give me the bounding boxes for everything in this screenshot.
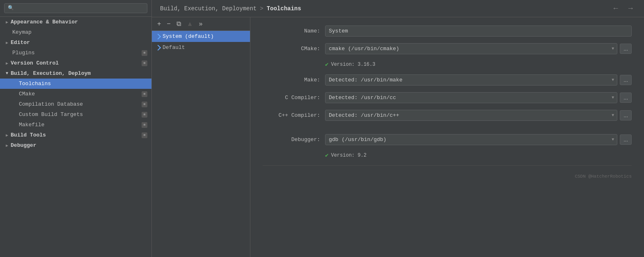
c-compiler-select-wrapper: Detected: /usr/bin/cc ▼ (325, 92, 617, 103)
sidebar: ▶ Appearance & Behavior Keymap ▶ Editor … (0, 0, 152, 257)
breadcrumb: Build, Execution, Deployment > Toolchain… (160, 5, 301, 12)
toolchain-arrow-icon (155, 33, 161, 39)
debugger-label: Debugger: (263, 137, 320, 143)
debugger-control-group: gdb (/usr/bin/gdb) ▼ ... (325, 134, 632, 145)
c-compiler-control-group: Detected: /usr/bin/cc ▼ ... (325, 92, 632, 103)
remove-toolchain-button[interactable]: − (165, 20, 172, 28)
toolchain-item-system[interactable]: System (default) (152, 31, 250, 42)
c-compiler-row: C Compiler: Detected: /usr/bin/cc ▼ ... (263, 92, 632, 103)
c-compiler-browse-button[interactable]: ... (620, 93, 632, 103)
compilation-db-badge: ■ (142, 102, 147, 107)
sidebar-item-makefile[interactable]: Makefile ■ (0, 120, 151, 130)
cmake-label: CMake: (263, 46, 320, 52)
debugger-version-line: ✔ Version: 9.2 (325, 152, 632, 159)
cmake-select[interactable]: cmake (/usr/bin/cmake) (325, 43, 617, 54)
breadcrumb-current: Toolchains (267, 5, 301, 12)
cmake-badge: ■ (142, 91, 147, 97)
cpp-compiler-select[interactable]: Detected: /usr/bin/c++ (325, 110, 617, 121)
name-row: Name: (263, 25, 632, 37)
cmake-row: CMake: cmake (/usr/bin/cmake) ▼ ... (263, 43, 632, 54)
toolchain-item-label: Default (163, 44, 185, 51)
sidebar-item-cmake[interactable]: CMake ■ (0, 89, 151, 99)
sidebar-item-toolchains[interactable]: Toolchains (0, 79, 151, 89)
sidebar-item-editor[interactable]: ▶ Editor (0, 37, 151, 48)
main-panel: Build, Execution, Deployment > Toolchain… (152, 0, 644, 257)
sidebar-item-build-tools[interactable]: ▶ Build Tools ■ (0, 130, 151, 140)
cmake-select-wrapper: cmake (/usr/bin/cmake) ▼ (325, 43, 617, 54)
chevron-open-icon: ▼ (6, 71, 8, 76)
spacer (263, 127, 632, 134)
make-select[interactable]: Detected: /usr/bin/make (325, 74, 617, 86)
search-bar (0, 0, 151, 17)
sidebar-item-custom-build[interactable]: Custom Build Targets ■ (0, 109, 151, 120)
make-label: Make: (263, 77, 320, 83)
version-control-badge: ■ (142, 60, 147, 66)
name-input[interactable] (325, 25, 632, 37)
toolchain-item-label: System (default) (163, 33, 214, 39)
sidebar-item-keymap[interactable]: Keymap (0, 27, 151, 37)
breadcrumb-separator: > (260, 5, 263, 12)
cpp-compiler-browse-button[interactable]: ... (620, 110, 632, 120)
chevron-icon: ▶ (6, 40, 8, 45)
sidebar-item-version-control[interactable]: ▶ Version Control ■ (0, 58, 151, 68)
toolchain-item-default[interactable]: Default (152, 42, 250, 53)
name-label: Name: (263, 28, 320, 34)
sidebar-item-build-exec[interactable]: ▼ Build, Execution, Deploym (0, 68, 151, 79)
content-area: + − ⧉ ▲ » System (default) Default (152, 17, 644, 257)
search-input[interactable] (4, 3, 147, 13)
debugger-version-text: Version: 9.2 (331, 153, 366, 158)
nav-forward-button[interactable]: → (625, 4, 636, 13)
more-options-button[interactable]: » (197, 20, 205, 28)
move-up-button[interactable]: ▲ (185, 20, 195, 28)
build-tools-badge: ■ (142, 132, 147, 138)
copy-toolchain-button[interactable]: ⧉ (174, 20, 183, 28)
makefile-badge: ■ (142, 122, 147, 128)
toolchain-arrow-icon (155, 44, 161, 50)
cpp-compiler-label: C++ Compiler: (263, 112, 320, 118)
breadcrumb-parent: Build, Execution, Deployment (160, 5, 257, 12)
cmake-control-group: cmake (/usr/bin/cmake) ▼ ... (325, 43, 632, 54)
c-compiler-select[interactable]: Detected: /usr/bin/cc (325, 92, 617, 103)
debugger-browse-button[interactable]: ... (620, 134, 632, 145)
nav-back-button[interactable]: ← (610, 4, 621, 13)
custom-build-badge: ■ (142, 112, 147, 118)
make-select-wrapper: Detected: /usr/bin/make ▼ (325, 74, 617, 86)
make-row: Make: Detected: /usr/bin/make ▼ ... (263, 74, 632, 86)
breadcrumb-bar: Build, Execution, Deployment > Toolchain… (152, 0, 644, 17)
debugger-select-wrapper: gdb (/usr/bin/gdb) ▼ (325, 134, 617, 145)
debugger-select[interactable]: gdb (/usr/bin/gdb) (325, 134, 617, 145)
cpp-compiler-row: C++ Compiler: Detected: /usr/bin/c++ ▼ .… (263, 110, 632, 121)
cmake-browse-button[interactable]: ... (620, 44, 632, 54)
sidebar-item-compilation-db[interactable]: Compilation Database ■ (0, 99, 151, 109)
sidebar-item-appearance[interactable]: ▶ Appearance & Behavior (0, 17, 151, 27)
toolbar: + − ⧉ ▲ » (152, 17, 250, 31)
debugger-row: Debugger: gdb (/usr/bin/gdb) ▼ ... (263, 134, 632, 145)
toolchain-list-panel: + − ⧉ ▲ » System (default) Default (152, 17, 250, 257)
chevron-icon: ▶ (6, 133, 8, 138)
cmake-version-line: ✔ Version: 3.16.3 (325, 61, 632, 68)
make-browse-button[interactable]: ... (620, 75, 632, 85)
sidebar-item-plugins[interactable]: Plugins ■ (0, 48, 151, 58)
cmake-version-checkmark: ✔ (325, 61, 328, 68)
cpp-compiler-control-group: Detected: /usr/bin/c++ ▼ ... (325, 110, 632, 121)
cmake-version-text: Version: 3.16.3 (331, 62, 375, 67)
chevron-icon: ▶ (6, 61, 8, 66)
c-compiler-label: C Compiler: (263, 95, 320, 101)
footer-credit: CSDN @HatcherRobotics (263, 165, 632, 179)
plugins-badge: ■ (142, 50, 147, 56)
cpp-compiler-select-wrapper: Detected: /usr/bin/c++ ▼ (325, 110, 617, 121)
make-control-group: Detected: /usr/bin/make ▼ ... (325, 74, 632, 86)
name-control-group (325, 25, 632, 37)
add-toolchain-button[interactable]: + (155, 20, 163, 28)
nav-arrows: ← → (610, 4, 636, 13)
debugger-version-checkmark: ✔ (325, 152, 328, 159)
chevron-icon: ▶ (6, 20, 8, 25)
toolchain-items: System (default) Default (152, 31, 250, 257)
settings-panel: Name: CMake: cmake (/usr/bin/cmake) ▼ ..… (250, 17, 644, 257)
chevron-icon: ▶ (6, 143, 8, 148)
sidebar-item-debugger[interactable]: ▶ Debugger (0, 140, 151, 150)
